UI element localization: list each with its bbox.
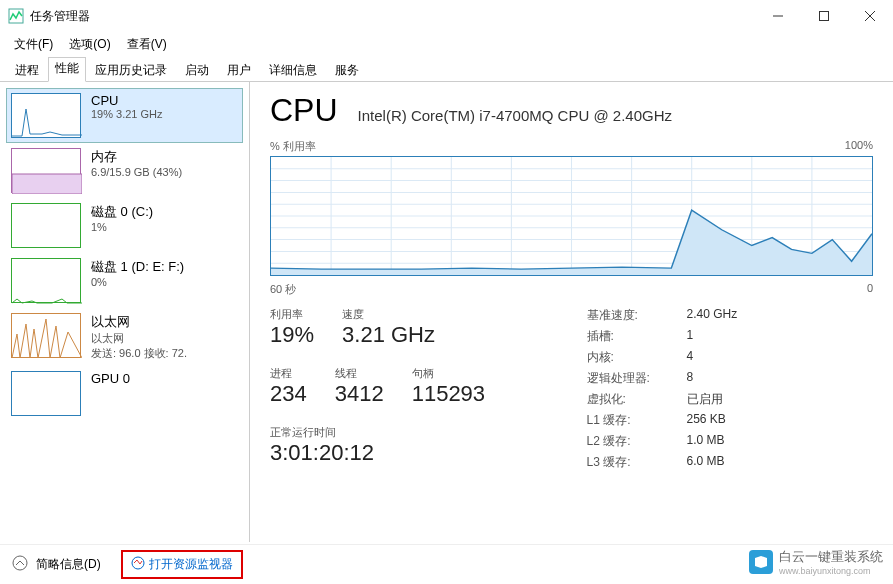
brief-info-button[interactable]: 简略信息(D) <box>36 556 101 573</box>
sidebar-stat: 0% <box>91 276 184 288</box>
sidebar-label: 磁盘 0 (C:) <box>91 203 153 221</box>
sidebar: CPU19% 3.21 GHz 内存6.9/15.9 GB (43%) 磁盘 0… <box>0 82 250 542</box>
svg-point-26 <box>132 557 144 569</box>
tab-app-history[interactable]: 应用历史记录 <box>86 57 176 82</box>
window-title: 任务管理器 <box>30 8 755 25</box>
sidebar-stat: 以太网 <box>91 331 187 346</box>
chart-time: 60 秒 <box>270 282 296 297</box>
tab-services[interactable]: 服务 <box>326 57 368 82</box>
info-key: L1 缓存: <box>587 412 687 429</box>
info-value: 已启用 <box>687 391 723 408</box>
info-value: 4 <box>687 349 694 366</box>
net-mini-chart <box>11 313 81 358</box>
handle-label: 句柄 <box>412 366 485 381</box>
page-title: CPU <box>270 92 338 129</box>
info-key: 逻辑处理器: <box>587 370 687 387</box>
chart-zero: 0 <box>867 282 873 297</box>
speed-value: 3.21 GHz <box>342 322 435 348</box>
watermark-url: www.baiyunxitong.com <box>779 566 883 576</box>
sidebar-label: 以太网 <box>91 313 187 331</box>
tab-users[interactable]: 用户 <box>218 57 260 82</box>
menu-options[interactable]: 选项(O) <box>63 34 116 55</box>
close-button[interactable] <box>847 0 893 32</box>
cpu-chart <box>270 156 873 276</box>
chevron-up-icon[interactable] <box>12 555 28 574</box>
open-resource-monitor-button[interactable]: 打开资源监视器 <box>121 550 243 579</box>
disk-mini-chart <box>11 203 81 248</box>
info-value: 256 KB <box>687 412 726 429</box>
info-value: 1 <box>687 328 694 345</box>
sidebar-item-cpu[interactable]: CPU19% 3.21 GHz <box>6 88 243 143</box>
gpu-mini-chart <box>11 371 81 416</box>
sidebar-stat: 6.9/15.9 GB (43%) <box>91 166 182 178</box>
info-key: 内核: <box>587 349 687 366</box>
speed-label: 速度 <box>342 307 435 322</box>
info-value: 6.0 MB <box>687 454 725 471</box>
info-row: L2 缓存:1.0 MB <box>587 433 874 450</box>
svg-rect-5 <box>12 174 82 194</box>
tab-startup[interactable]: 启动 <box>176 57 218 82</box>
sidebar-item-disk-1[interactable]: 磁盘 1 (D: E: F:)0% <box>6 253 243 308</box>
tab-processes[interactable]: 进程 <box>6 57 48 82</box>
sidebar-stat: 1% <box>91 221 153 233</box>
proc-label: 进程 <box>270 366 307 381</box>
info-value: 1.0 MB <box>687 433 725 450</box>
cpu-mini-chart <box>11 93 81 138</box>
menu-file[interactable]: 文件(F) <box>8 34 59 55</box>
info-key: L2 缓存: <box>587 433 687 450</box>
svg-rect-2 <box>820 12 829 21</box>
maximize-button[interactable] <box>801 0 847 32</box>
watermark-logo-icon <box>749 550 773 574</box>
footer: 简略信息(D) 打开资源监视器 白云一键重装系统www.baiyunxitong… <box>0 544 893 584</box>
tab-performance[interactable]: 性能 <box>48 57 86 82</box>
sidebar-stat: 19% 3.21 GHz <box>91 108 163 120</box>
watermark-text: 白云一键重装系统 <box>779 548 883 566</box>
disk-mini-chart <box>11 258 81 303</box>
minimize-button[interactable] <box>755 0 801 32</box>
menubar: 文件(F) 选项(O) 查看(V) <box>0 32 893 56</box>
tab-bar: 进程 性能 应用历史记录 启动 用户 详细信息 服务 <box>0 56 893 82</box>
info-row: 内核:4 <box>587 349 874 366</box>
info-row: 虚拟化:已启用 <box>587 391 874 408</box>
tab-details[interactable]: 详细信息 <box>260 57 326 82</box>
util-label: 利用率 <box>270 307 314 322</box>
info-key: L3 缓存: <box>587 454 687 471</box>
info-key: 虚拟化: <box>587 391 687 408</box>
chart-max: 100% <box>845 139 873 154</box>
uptime-label: 正常运行时间 <box>270 425 557 440</box>
app-icon <box>8 8 24 24</box>
resource-monitor-label: 打开资源监视器 <box>149 556 233 573</box>
watermark: 白云一键重装系统www.baiyunxitong.com <box>749 548 883 576</box>
thread-value: 3412 <box>335 381 384 407</box>
info-value: 2.40 GHz <box>687 307 738 324</box>
info-row: 插槽:1 <box>587 328 874 345</box>
info-row: 逻辑处理器:8 <box>587 370 874 387</box>
resource-monitor-icon <box>131 556 145 573</box>
sidebar-label: 内存 <box>91 148 182 166</box>
sidebar-item-memory[interactable]: 内存6.9/15.9 GB (43%) <box>6 143 243 198</box>
info-value: 8 <box>687 370 694 387</box>
info-row: L1 缓存:256 KB <box>587 412 874 429</box>
sidebar-item-gpu[interactable]: GPU 0 <box>6 366 243 421</box>
sidebar-extra: 发送: 96.0 接收: 72. <box>91 346 187 361</box>
chart-label: % 利用率 <box>270 139 316 154</box>
memory-mini-chart <box>11 148 81 193</box>
svg-rect-0 <box>9 9 23 23</box>
sidebar-item-disk-0[interactable]: 磁盘 0 (C:)1% <box>6 198 243 253</box>
uptime-value: 3:01:20:12 <box>270 440 557 466</box>
info-row: L3 缓存:6.0 MB <box>587 454 874 471</box>
cpu-model: Intel(R) Core(TM) i7-4700MQ CPU @ 2.40GH… <box>358 107 672 124</box>
sidebar-label: 磁盘 1 (D: E: F:) <box>91 258 184 276</box>
titlebar: 任务管理器 <box>0 0 893 32</box>
thread-label: 线程 <box>335 366 384 381</box>
sidebar-item-ethernet[interactable]: 以太网以太网发送: 96.0 接收: 72. <box>6 308 243 366</box>
info-key: 插槽: <box>587 328 687 345</box>
main-panel: CPU Intel(R) Core(TM) i7-4700MQ CPU @ 2.… <box>250 82 893 542</box>
menu-view[interactable]: 查看(V) <box>121 34 173 55</box>
util-value: 19% <box>270 322 314 348</box>
info-key: 基准速度: <box>587 307 687 324</box>
info-row: 基准速度:2.40 GHz <box>587 307 874 324</box>
handle-value: 115293 <box>412 381 485 407</box>
sidebar-label: GPU 0 <box>91 371 130 386</box>
proc-value: 234 <box>270 381 307 407</box>
